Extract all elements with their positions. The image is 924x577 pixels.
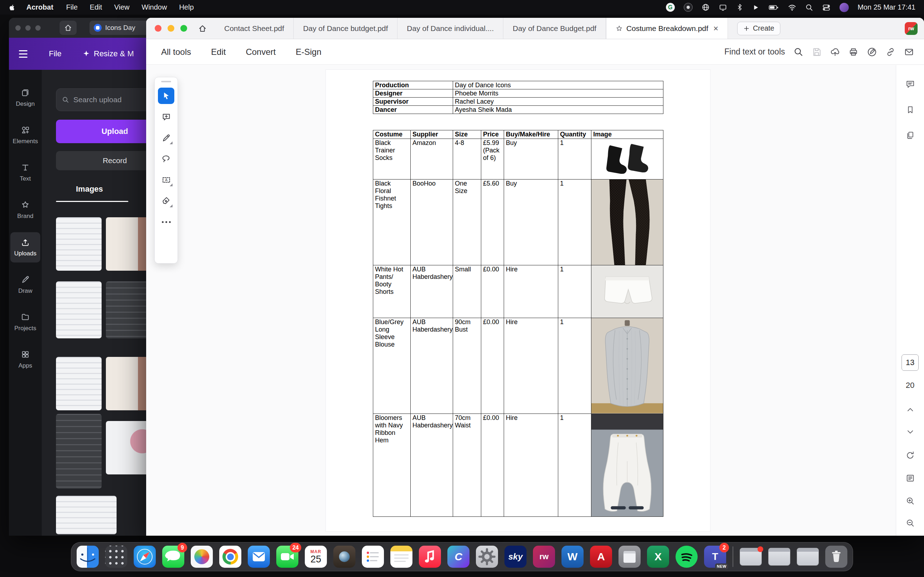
minimized-window[interactable] [797,548,819,566]
photos-icon[interactable] [191,546,213,568]
minimized-window[interactable] [740,548,762,566]
spotlight-icon[interactable] [805,3,813,11]
lasso-tool[interactable] [158,151,174,167]
photo-booth-icon[interactable] [333,546,355,568]
upload-thumbnail[interactable] [56,496,116,534]
menubar-clock[interactable]: Mon 25 Mar 17:41 [858,3,916,11]
safari-icon[interactable] [134,546,156,568]
wifi-icon[interactable] [788,4,796,11]
zoom-in-icon[interactable] [902,493,918,509]
notes-icon[interactable] [390,546,412,568]
acrobat-icon[interactable]: A [590,546,612,568]
close-window-icon[interactable] [155,25,162,32]
add-comment-tool[interactable] [158,109,174,125]
comments-panel-icon[interactable] [902,76,918,92]
spotify-icon[interactable] [675,546,698,568]
chrome-icon[interactable] [219,546,241,568]
sky-icon[interactable]: sky [504,546,527,568]
upload-thumbnail[interactable] [56,281,102,338]
display-icon[interactable] [719,3,727,11]
globe-icon[interactable] [701,3,710,11]
previous-page-button[interactable] [902,401,918,418]
home-button[interactable] [198,24,207,33]
mail-icon[interactable] [248,546,270,568]
next-page-button[interactable] [902,424,918,440]
sidebar-item-design[interactable]: Design [10,83,40,113]
canva-resize-menu[interactable]: Resize & M [82,49,134,58]
email-icon[interactable] [904,47,914,57]
canva-doc-tab[interactable]: Icons Day [89,21,152,35]
facetime-icon[interactable]: 24 [276,546,298,568]
play-icon[interactable] [752,4,759,11]
create-button[interactable]: Create [737,22,780,35]
tab-contact-sheet[interactable]: Contact Sheet.pdf [215,18,294,39]
finder-icon[interactable] [77,546,99,568]
request-signature-icon[interactable] [867,47,877,57]
fill-sign-tool[interactable] [158,193,174,209]
pages-panel-icon[interactable] [902,127,918,143]
launchpad-icon[interactable] [105,546,127,568]
draw-tool[interactable] [158,130,174,146]
upload-thumbnail[interactable] [56,357,102,410]
share-link-icon[interactable] [885,47,895,57]
fit-page-icon[interactable] [902,470,918,486]
star-icon[interactable] [615,25,623,32]
menubar-app-name[interactable]: Acrobat [26,3,53,11]
edit-menu[interactable]: Edit [211,47,226,57]
camera-status-icon[interactable] [684,3,693,12]
canva-images-tab[interactable]: Images [76,184,103,194]
select-tool[interactable] [158,88,174,104]
grammarly-icon[interactable]: G [666,3,675,12]
sidebar-item-projects[interactable]: Projects [10,307,40,337]
palette-drag-handle[interactable] [161,81,171,82]
canva-home-button[interactable] [60,21,77,35]
canva-icon[interactable]: C [447,546,470,568]
menu-view[interactable]: View [114,3,129,11]
more-tools[interactable] [158,214,174,230]
system-settings-icon[interactable] [476,546,498,568]
remote-desktop-icon[interactable] [619,546,641,568]
upload-thumbnail[interactable] [56,217,102,271]
zoom-out-icon[interactable] [902,515,918,531]
control-center-icon[interactable] [822,3,830,11]
tab-day-of-dance-budget[interactable]: Day of Dance Budget.pdf [503,18,606,39]
page-number-input[interactable]: 13 [901,355,919,371]
trash-icon[interactable] [825,546,847,568]
excel-icon[interactable]: X [647,546,669,568]
tab-day-of-dance-individual[interactable]: Day of Dance individual.... [397,18,503,39]
canva-file-menu[interactable]: File [49,49,61,58]
profile-avatar[interactable]: rw [905,22,918,35]
close-window-icon[interactable] [15,25,21,31]
read-write-icon[interactable]: rw [533,546,555,568]
bookmarks-panel-icon[interactable] [902,102,918,118]
reminders-icon[interactable] [362,546,384,568]
teams-icon[interactable]: T 2 NEW [704,546,726,568]
all-tools-menu[interactable]: All tools [161,47,191,57]
calendar-icon[interactable]: MAR 25 [305,546,327,568]
battery-icon[interactable] [768,4,779,11]
sidebar-item-draw[interactable]: Draw [10,270,40,300]
menu-edit[interactable]: Edit [90,3,102,11]
zoom-window-icon[interactable] [180,25,187,32]
add-text-tool[interactable]: A [158,172,174,188]
sidebar-item-text[interactable]: Text [10,158,40,188]
music-icon[interactable] [419,546,441,568]
print-icon[interactable] [848,47,858,57]
menu-help[interactable]: Help [179,3,194,11]
bluetooth-icon[interactable] [736,3,743,11]
sidebar-item-brand[interactable]: Brand [10,195,40,225]
word-icon[interactable]: W [561,546,583,568]
sidebar-item-elements[interactable]: Elements [10,120,40,150]
menu-icon[interactable] [19,50,27,58]
menu-window[interactable]: Window [142,3,167,11]
minimize-window-icon[interactable] [168,25,174,32]
reload-icon[interactable] [902,447,918,463]
find-text-label[interactable]: Find text or tools [724,47,785,56]
menu-file[interactable]: File [66,3,78,11]
tab-day-of-dance-butdget[interactable]: Day of Dance butdget.pdf [294,18,397,39]
cloud-upload-icon[interactable] [830,47,840,57]
tab-costume-breakdown[interactable]: Costume Breakdown.pdf × [606,18,728,39]
zoom-window-icon[interactable] [35,25,40,31]
minimized-window[interactable] [768,548,790,566]
esign-menu[interactable]: E-Sign [296,47,321,57]
